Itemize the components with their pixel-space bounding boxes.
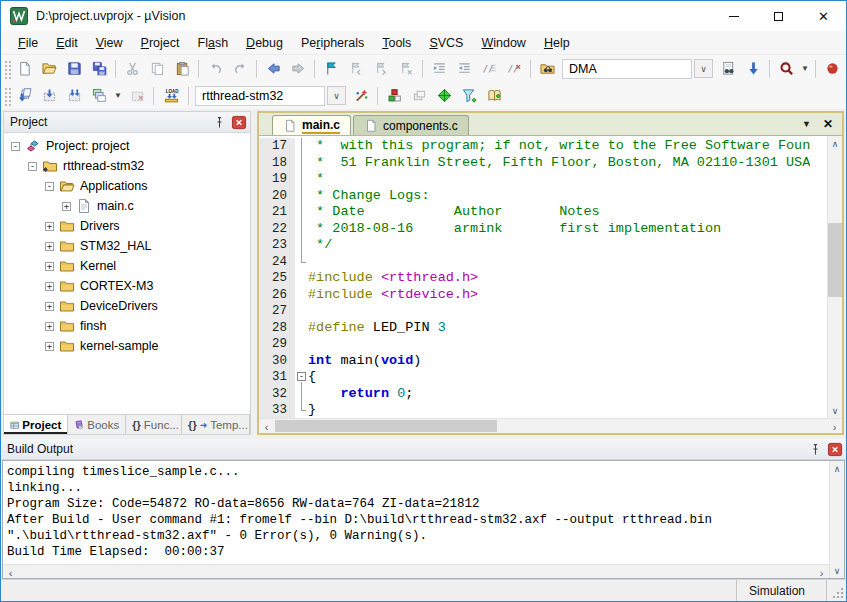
scroll-up-icon[interactable]: ∧ — [830, 461, 844, 476]
rebuild-all-button[interactable] — [62, 84, 86, 108]
editor-horizontal-scrollbar[interactable]: ‹ › — [259, 418, 842, 433]
expand-icon[interactable]: + — [45, 222, 54, 231]
panel-tab-func[interactable]: {}Func... — [126, 415, 182, 434]
code-line-31[interactable]: 31-{ — [259, 369, 827, 386]
close-button[interactable]: ✕ — [801, 1, 846, 31]
collapse-icon[interactable]: - — [28, 162, 37, 171]
scroll-up-icon[interactable]: ∧ — [828, 136, 842, 151]
undo-button[interactable] — [203, 57, 227, 81]
code-line-17[interactable]: 17 * with this program; if not, write to… — [259, 138, 827, 155]
scroll-right-icon[interactable]: › — [814, 565, 829, 580]
build-output-vertical-scrollbar[interactable]: ∧ ∨ — [829, 461, 844, 578]
find-in-documents-button[interactable] — [716, 57, 740, 81]
target-combo-dropdown-icon[interactable]: ∨ — [327, 86, 346, 105]
select-software-packs-button[interactable] — [457, 84, 481, 108]
resize-grip[interactable] — [826, 580, 846, 601]
project-panel-close-button[interactable] — [231, 115, 247, 130]
cut-button[interactable] — [120, 57, 144, 81]
open-file-button[interactable] — [37, 57, 61, 81]
pin-button[interactable] — [211, 114, 227, 130]
batch-build-button[interactable] — [87, 84, 111, 108]
menu-window[interactable]: Window — [472, 33, 534, 53]
search-combo-value[interactable]: DMA — [562, 59, 692, 79]
translate-file-button[interactable] — [12, 84, 36, 108]
code-line-20[interactable]: 20 * Change Logs: — [259, 188, 827, 205]
expand-icon[interactable]: + — [45, 262, 54, 271]
pin-button[interactable] — [807, 441, 823, 457]
scrollbar-thumb[interactable] — [275, 420, 497, 432]
expand-icon[interactable]: + — [62, 202, 71, 211]
navigate-back-button[interactable] — [261, 57, 285, 81]
previous-bookmark-button[interactable] — [344, 57, 368, 81]
tree-item-cortex-m3[interactable]: +CORTEX-M3 — [4, 276, 250, 296]
menu-debug[interactable]: Debug — [237, 33, 292, 53]
code-line-25[interactable]: 25#include <rtthread.h> — [259, 270, 827, 287]
menu-svcs[interactable]: SVCS — [420, 33, 472, 53]
fold-margin[interactable]: - — [295, 369, 308, 386]
close-document-icon[interactable]: ✕ — [823, 117, 833, 131]
scroll-left-icon[interactable]: ‹ — [259, 419, 274, 434]
scroll-left-icon[interactable]: ‹ — [3, 565, 18, 580]
copy-button[interactable] — [145, 57, 169, 81]
quick-search-button[interactable] — [774, 57, 798, 81]
code-line-30[interactable]: 30int main(void) — [259, 353, 827, 370]
new-file-button[interactable] — [12, 57, 36, 81]
incremental-find-button[interactable] — [741, 57, 765, 81]
code-line-19[interactable]: 19 * — [259, 171, 827, 188]
toolbar-grip[interactable] — [3, 59, 11, 79]
scroll-right-icon[interactable]: › — [827, 419, 842, 434]
insert-remove-breakpoint-button[interactable] — [820, 57, 844, 81]
scroll-down-icon[interactable]: ∨ — [830, 563, 844, 578]
editor-tab-components-c[interactable]: components.c — [353, 115, 469, 135]
manage-run-time-environment-button[interactable] — [432, 84, 456, 108]
tree-item-finsh[interactable]: +finsh — [4, 316, 250, 336]
expand-icon[interactable]: + — [45, 282, 54, 291]
maximize-button[interactable] — [756, 1, 801, 31]
code-line-27[interactable]: 27 — [259, 303, 827, 320]
navigate-forward-button[interactable] — [286, 57, 310, 81]
code-line-28[interactable]: 28#define LED_PIN 3 — [259, 320, 827, 337]
build-output-close-button[interactable] — [827, 442, 843, 457]
tree-item-main-c[interactable]: +main.c — [4, 196, 250, 216]
code-line-33[interactable]: 33} — [259, 402, 827, 418]
target-options-button[interactable] — [349, 84, 373, 108]
build-output-horizontal-scrollbar[interactable]: ‹ › — [3, 564, 829, 578]
enable-disable-breakpoint-button[interactable] — [845, 57, 846, 81]
panel-tab-project[interactable]: Project — [4, 415, 68, 434]
scrollbar-thumb[interactable] — [828, 223, 842, 296]
tree-item-applications[interactable]: -Applications — [4, 176, 250, 196]
code-line-32[interactable]: 32 return 0; — [259, 386, 827, 403]
panel-tab-temp[interactable]: {}➜Temp... — [182, 415, 250, 434]
comment-selection-button[interactable]: // — [477, 57, 501, 81]
scroll-down-icon[interactable]: ∨ — [828, 403, 842, 418]
tree-item-kernel-sample[interactable]: +kernel-sample — [4, 336, 250, 356]
tree-item-devicedrivers[interactable]: +DeviceDrivers — [4, 296, 250, 316]
tree-item-project-project[interactable]: -Project: project — [4, 136, 250, 156]
code-line-24[interactable]: 24 — [259, 254, 827, 271]
editor-tab-main-c[interactable]: main.c — [272, 115, 351, 135]
expand-icon[interactable]: + — [45, 342, 54, 351]
batch-build-dropdown-icon[interactable]: ▼ — [112, 84, 124, 108]
panel-tab-books[interactable]: Books — [68, 415, 126, 434]
fold-collapse-icon[interactable]: - — [297, 372, 306, 381]
code-line-18[interactable]: 18 * 51 Franklin Street, Fifth Floor, Bo… — [259, 155, 827, 172]
expand-icon[interactable]: + — [45, 242, 54, 251]
collapse-icon[interactable]: - — [11, 142, 20, 151]
menu-file[interactable]: File — [9, 33, 47, 53]
code-line-29[interactable]: 29 — [259, 336, 827, 353]
outdent-button[interactable] — [452, 57, 476, 81]
minimize-button[interactable] — [711, 1, 756, 31]
expand-icon[interactable]: + — [45, 322, 54, 331]
save-button[interactable] — [62, 57, 86, 81]
menu-edit[interactable]: Edit — [47, 33, 87, 53]
toolbar-grip[interactable] — [3, 86, 11, 106]
clear-bookmarks-button[interactable] — [394, 57, 418, 81]
menu-tools[interactable]: Tools — [373, 33, 420, 53]
paste-button[interactable] — [170, 57, 194, 81]
redo-button[interactable] — [228, 57, 252, 81]
menu-peripherals[interactable]: Peripherals — [292, 33, 373, 53]
editor-vertical-scrollbar[interactable]: ∧ ∨ — [827, 136, 842, 418]
tree-item-kernel[interactable]: +Kernel — [4, 256, 250, 276]
stop-build-button[interactable] — [125, 84, 149, 108]
search-combo-dropdown-icon[interactable]: ∨ — [694, 59, 713, 78]
